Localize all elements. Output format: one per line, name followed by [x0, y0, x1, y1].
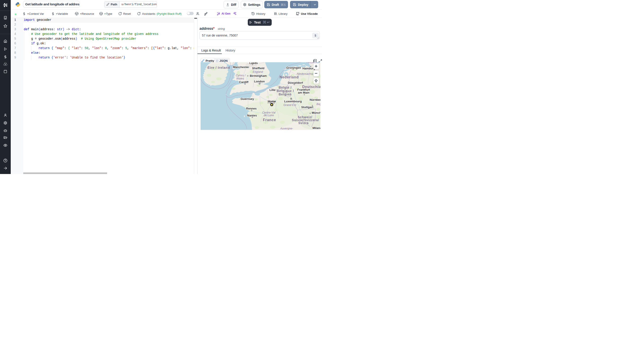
svg-text:Stuttgart: Stuttgart	[301, 105, 314, 109]
svg-text:Svizra: Svizra	[298, 121, 308, 125]
svg-text:Nantes: Nantes	[247, 114, 257, 117]
svg-text:Niedersachsen: Niedersachsen	[297, 72, 315, 75]
svg-text:Grand Est: Grand Est	[283, 103, 296, 107]
svg-text:Nürnberg: Nürnberg	[310, 98, 320, 101]
svg-text:France: France	[263, 118, 276, 122]
svg-text:Luxembourg: Luxembourg	[284, 100, 302, 103]
svg-text:Wales: Wales	[236, 77, 244, 80]
svg-text:Groningen: Groningen	[286, 66, 301, 69]
svg-text:Belgien: Belgien	[278, 92, 292, 96]
svg-text:Belgique /: Belgique /	[276, 89, 294, 93]
svg-text:Leeds: Leeds	[249, 62, 258, 65]
svg-text:Birmingham: Birmingham	[250, 74, 267, 77]
svg-text:Lille: Lille	[270, 88, 275, 92]
svg-text:België /: België /	[278, 86, 292, 89]
svg-text:Auvergne-: Auvergne-	[280, 127, 293, 130]
svg-text:Bay: Bay	[316, 103, 320, 106]
svg-text:Manchester: Manchester	[233, 65, 249, 69]
svg-text:Home: Home	[268, 100, 276, 103]
svg-text:Sheffield: Sheffield	[252, 67, 264, 70]
svg-text:Cardiff: Cardiff	[239, 80, 249, 84]
svg-text:de Loire: de Loire	[264, 114, 274, 117]
svg-text:Guernsey: Guernsey	[240, 97, 254, 101]
svg-text:Cymru /: Cymru /	[236, 74, 246, 77]
svg-text:England: England	[253, 70, 263, 73]
svg-text:Nederland: Nederland	[280, 75, 298, 79]
svg-text:Düsseldorf: Düsseldorf	[288, 81, 303, 84]
svg-text:München: München	[312, 111, 320, 114]
svg-text:Milano: Milano	[312, 126, 320, 130]
svg-text:Deutschland: Deutschland	[302, 85, 320, 89]
svg-text:Rennes: Rennes	[246, 107, 256, 110]
svg-text:London: London	[254, 80, 265, 83]
svg-text:am Main: am Main	[298, 91, 310, 94]
svg-text:Éire / Ireland: Éire / Ireland	[207, 66, 230, 69]
